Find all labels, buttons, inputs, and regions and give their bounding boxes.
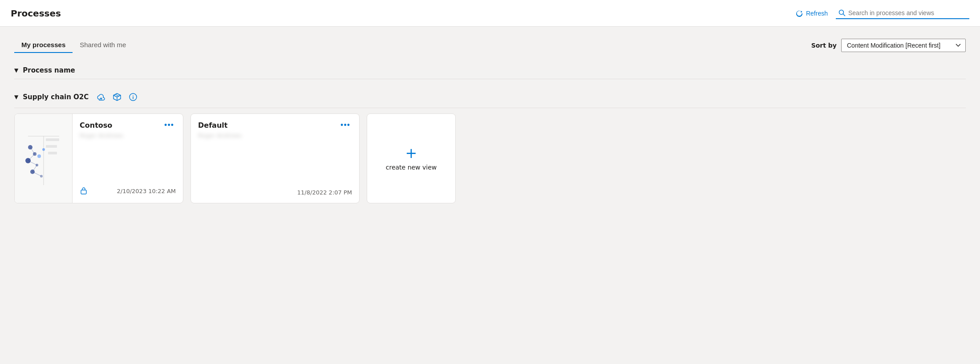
- svg-point-4: [133, 95, 134, 96]
- chevron-down-icon: ▼: [14, 67, 18, 73]
- default-title: Default: [198, 121, 227, 129]
- sort-container: Sort by Content Modification [Recent fir…: [811, 39, 966, 52]
- contoso-content: Contoso ••• Roger Andrews 2/10/2023 1: [73, 114, 183, 203]
- process-diagram-svg: [19, 127, 68, 190]
- cloud-icon: [96, 92, 106, 102]
- default-content: Default ••• Roger Andrews 11/8/2022 2:07…: [191, 114, 359, 203]
- contoso-footer: 2/10/2023 10:22 AM: [80, 186, 176, 196]
- contoso-title: Contoso: [80, 121, 112, 129]
- page-title: Processes: [11, 8, 61, 19]
- tab-list: My processes Shared with me: [14, 37, 133, 53]
- section-title-process-name: Process name: [23, 66, 75, 74]
- info-icon-button[interactable]: [127, 91, 139, 103]
- contoso-card[interactable]: Contoso ••• Roger Andrews 2/10/2023 1: [14, 113, 183, 203]
- main-content: My processes Shared with me Sort by Cont…: [0, 27, 980, 214]
- supply-chain-icons: [95, 91, 139, 103]
- search-icon: [838, 9, 846, 16]
- svg-point-15: [42, 148, 45, 151]
- package-icon-button[interactable]: [111, 91, 123, 103]
- default-subtitle: Roger Andrews: [198, 132, 352, 139]
- default-header: Default •••: [198, 121, 352, 129]
- contoso-header: Contoso •••: [80, 121, 176, 129]
- sort-select[interactable]: Content Modification [Recent first] Cont…: [841, 39, 966, 52]
- supply-chain-title: Supply chain O2C: [23, 93, 89, 101]
- tabs-row: My processes Shared with me Sort by Cont…: [14, 37, 966, 53]
- svg-point-14: [37, 154, 41, 158]
- info-icon: [128, 92, 138, 102]
- svg-rect-24: [81, 190, 86, 194]
- contoso-thumbnail: [15, 114, 73, 203]
- process-name-section-header[interactable]: ▼ Process name: [14, 62, 966, 79]
- svg-rect-23: [48, 152, 57, 154]
- contoso-subtitle: Roger Andrews: [80, 132, 176, 139]
- sort-by-label: Sort by: [811, 42, 837, 49]
- header-actions: Refresh: [791, 7, 969, 20]
- svg-rect-21: [46, 138, 59, 141]
- refresh-label: Refresh: [806, 10, 828, 17]
- cloud-icon-button[interactable]: [95, 91, 107, 103]
- app-header: Processes Refresh: [0, 0, 980, 27]
- chevron-down-icon-2: ▼: [14, 94, 18, 100]
- lock-icon: [80, 186, 88, 196]
- create-new-view-label: create new view: [386, 164, 437, 171]
- search-box[interactable]: [836, 8, 969, 19]
- refresh-button[interactable]: Refresh: [791, 7, 832, 20]
- contoso-date: 2/10/2023 10:22 AM: [117, 188, 176, 194]
- cards-grid: Contoso ••• Roger Andrews 2/10/2023 1: [14, 113, 966, 203]
- default-footer: 11/8/2022 2:07 PM: [198, 189, 352, 196]
- supply-chain-header[interactable]: ▼ Supply chain O2C: [14, 86, 966, 108]
- svg-line-1: [843, 14, 845, 16]
- contoso-more-button[interactable]: •••: [162, 121, 176, 129]
- refresh-icon: [795, 9, 803, 17]
- tab-shared-with-me[interactable]: Shared with me: [73, 37, 133, 53]
- supply-chain-section: ▼ Supply chain O2C: [14, 86, 966, 203]
- default-date: 11/8/2022 2:07 PM: [297, 189, 352, 196]
- tab-my-processes[interactable]: My processes: [14, 37, 73, 53]
- default-more-button[interactable]: •••: [339, 121, 352, 129]
- search-input[interactable]: [848, 9, 964, 16]
- svg-rect-22: [46, 145, 57, 148]
- plus-icon: +: [405, 146, 417, 160]
- create-new-view-card[interactable]: + create new view: [367, 113, 456, 203]
- box-icon: [112, 92, 122, 102]
- default-card[interactable]: Default ••• Roger Andrews 11/8/2022 2:07…: [190, 113, 360, 203]
